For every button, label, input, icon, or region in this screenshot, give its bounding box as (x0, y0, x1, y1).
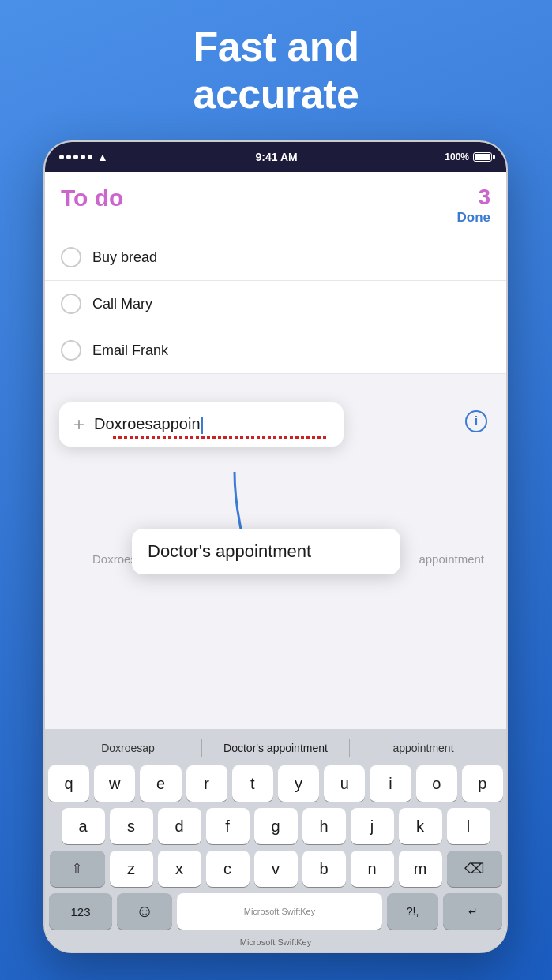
key-q[interactable]: q (48, 765, 89, 802)
key-c[interactable]: c (206, 851, 250, 887)
key-y[interactable]: y (278, 765, 319, 802)
shift-key[interactable]: ⇧ (50, 851, 105, 887)
key-d[interactable]: d (158, 808, 201, 844)
key-g[interactable]: g (254, 808, 298, 844)
headline-line2: accurate (0, 71, 552, 118)
task-list: Buy bread Call Mary Email Frank (45, 234, 506, 374)
key-h[interactable]: h (302, 808, 346, 844)
keyboard-row-1: q w e r t y u i o p (48, 765, 503, 802)
task-item-3[interactable]: Email Frank (45, 327, 506, 374)
app-header: To do 3 Done (45, 172, 506, 234)
autocomplete-suggestion: Doctor's appointment (148, 541, 311, 561)
app-title: To do (61, 185, 123, 211)
input-field[interactable]: Doxroesappoin (94, 415, 203, 434)
text-cursor (201, 417, 203, 434)
suggestion-bar: Doxroesap Doctor's appointment appointme… (48, 734, 503, 762)
signal-dot-2 (66, 155, 71, 159)
key-j[interactable]: j (351, 808, 394, 844)
signal-dot-1 (59, 155, 64, 159)
suggestion-2[interactable]: Doctor's appointment (202, 739, 350, 757)
punctuation-key[interactable]: ?!, (387, 893, 438, 930)
suggestion-3[interactable]: appointment (350, 739, 497, 757)
key-x[interactable]: x (158, 851, 201, 887)
key-s[interactable]: s (110, 808, 153, 844)
key-l[interactable]: l (447, 808, 490, 844)
battery-icon (473, 152, 492, 162)
status-bar: ▲ 9:41 AM 100% (45, 142, 506, 172)
return-key[interactable]: ↵ (443, 893, 502, 930)
task-count: 3 (478, 185, 490, 209)
key-m[interactable]: m (399, 851, 442, 887)
task-checkbox-1[interactable] (61, 247, 81, 267)
app-content: To do 3 Done Buy bread Call Mary Email F… (45, 172, 506, 952)
signal-dot-5 (88, 155, 92, 159)
squiggly-underline (113, 436, 329, 439)
info-icon: i (475, 414, 478, 428)
task-checkbox-3[interactable] (61, 340, 81, 361)
key-b[interactable]: b (302, 851, 346, 887)
numbers-key[interactable]: 123 (49, 893, 112, 930)
headline: Fast and accurate (0, 24, 552, 118)
headline-line1: Fast and (0, 24, 552, 71)
key-k[interactable]: k (399, 808, 442, 844)
task-item-1[interactable]: Buy bread (45, 234, 506, 281)
delete-key[interactable]: ⌫ (447, 851, 502, 887)
header-right: 3 Done (457, 185, 491, 226)
keyboard-row-4: 123 ☺ Microsoft SwiftKey ?!, ↵ (48, 893, 503, 930)
key-e[interactable]: e (140, 765, 181, 802)
key-v[interactable]: v (254, 851, 298, 887)
key-w[interactable]: w (94, 765, 135, 802)
info-button[interactable]: i (465, 410, 487, 432)
key-t[interactable]: t (232, 765, 273, 802)
done-button[interactable]: Done (457, 210, 491, 226)
key-z[interactable]: z (110, 851, 153, 887)
task-text-2: Call Mary (92, 296, 152, 312)
keyboard-area: Doxroesap Doctor's appointment appointme… (45, 729, 506, 952)
signal-dots (59, 155, 92, 159)
key-u[interactable]: u (324, 765, 365, 802)
partial-text-right: appointment (419, 552, 484, 566)
task-checkbox-2[interactable] (61, 294, 81, 314)
wifi-icon: ▲ (97, 151, 108, 163)
keyboard-row-2: a s d f g h j k l (48, 808, 503, 844)
signal-dot-4 (81, 155, 85, 159)
task-text-3: Email Frank (92, 342, 168, 359)
suggestion-1[interactable]: Doxroesap (54, 739, 202, 757)
space-key[interactable]: Microsoft SwiftKey (177, 893, 382, 930)
emoji-key[interactable]: ☺ (117, 893, 172, 930)
status-right: 100% (445, 151, 492, 163)
status-time: 9:41 AM (255, 151, 297, 163)
key-p[interactable]: p (462, 765, 503, 802)
swiftkey-branding: Microsoft SwiftKey (48, 936, 503, 952)
key-n[interactable]: n (351, 851, 394, 887)
plus-icon: + (73, 413, 84, 436)
key-f[interactable]: f (206, 808, 250, 844)
signal-dot-3 (73, 155, 78, 159)
task-item-2[interactable]: Call Mary (45, 281, 506, 327)
battery-fill (475, 154, 490, 160)
key-r[interactable]: r (186, 765, 227, 802)
input-tooltip[interactable]: + Doxroesappoin (59, 402, 344, 447)
status-left: ▲ (59, 151, 108, 163)
battery-percent: 100% (445, 151, 469, 163)
key-o[interactable]: o (416, 765, 457, 802)
keyboard-row-3: ⇧ z x c v b n m ⌫ (48, 851, 503, 887)
key-i[interactable]: i (370, 765, 411, 802)
phone-frame: ▲ 9:41 AM 100% To do 3 Done Buy bread (43, 140, 508, 953)
autocomplete-tooltip[interactable]: Doctor's appointment (132, 529, 400, 574)
task-text-1: Buy bread (92, 249, 157, 266)
typed-text: Doxroesappoin (94, 415, 201, 432)
key-a[interactable]: a (62, 808, 105, 844)
